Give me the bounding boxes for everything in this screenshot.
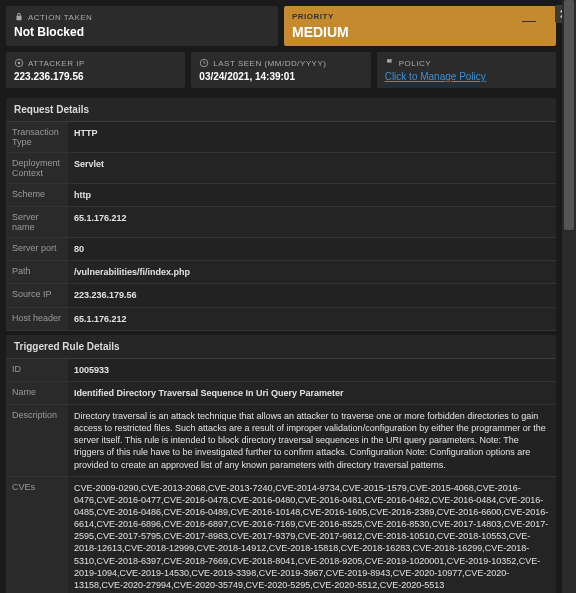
lock-icon	[14, 12, 24, 22]
policy-label: POLICY	[399, 59, 431, 68]
scrollbar-thumb[interactable]	[564, 0, 574, 230]
row-key: Host header	[6, 308, 68, 330]
clock-icon	[199, 58, 209, 68]
row-value: http	[68, 184, 556, 206]
last-seen-card: LAST SEEN (MM/DD/YYYY) 03/24/2021, 14:39…	[191, 52, 370, 88]
scrollbar[interactable]	[562, 0, 576, 593]
panel: ACTION TAKEN Not Blocked PRIORITY MEDIUM…	[0, 0, 562, 593]
svg-point-1	[18, 62, 21, 65]
action-taken-card: ACTION TAKEN Not Blocked	[6, 6, 278, 46]
table-row: Server port80	[6, 238, 556, 261]
row-key: Source IP	[6, 284, 68, 306]
target-icon	[14, 58, 24, 68]
table-row: DescriptionDirectory traversal is an att…	[6, 405, 556, 477]
table-row: Transaction TypeHTTP	[6, 122, 556, 153]
row-key: Scheme	[6, 184, 68, 206]
row-key: ID	[6, 359, 68, 381]
table-row: Server name65.1.176.212	[6, 207, 556, 238]
row-key: Name	[6, 382, 68, 404]
minimize-button[interactable]: —	[522, 12, 536, 28]
row-value: 65.1.176.212	[68, 308, 556, 330]
last-seen-value: 03/24/2021, 14:39:01	[199, 71, 362, 82]
row-key: Path	[6, 261, 68, 283]
action-taken-value: Not Blocked	[14, 25, 270, 39]
row-value: 223.236.179.56	[68, 284, 556, 306]
attacker-ip-value: 223.236.179.56	[14, 71, 177, 82]
table-row: Deployment ContextServlet	[6, 153, 556, 184]
row-value: 80	[68, 238, 556, 260]
table-row: NameIdentified Directory Traversal Seque…	[6, 382, 556, 405]
priority-card: PRIORITY MEDIUM —	[284, 6, 556, 46]
table-row: CVEsCVE-2009-0290,CVE-2013-2068,CVE-2013…	[6, 477, 556, 593]
row-key: Description	[6, 405, 68, 476]
row-value: 65.1.176.212	[68, 207, 556, 237]
flag-icon	[385, 58, 395, 68]
row-value: /vulnerabilities/fi/index.php	[68, 261, 556, 283]
request-details-table: Transaction TypeHTTPDeployment ContextSe…	[6, 122, 556, 331]
policy-card: POLICY Click to Manage Policy	[377, 52, 556, 88]
attacker-ip-card: ATTACKER IP 223.236.179.56	[6, 52, 185, 88]
priority-value: MEDIUM	[292, 24, 548, 40]
request-details-header: Request Details	[6, 98, 556, 122]
priority-label: PRIORITY	[292, 12, 548, 21]
row-value: CVE-2009-0290,CVE-2013-2068,CVE-2013-724…	[68, 477, 556, 593]
table-row: Source IP223.236.179.56	[6, 284, 556, 307]
table-row: Path/vulnerabilities/fi/index.php	[6, 261, 556, 284]
action-taken-label: ACTION TAKEN	[28, 13, 92, 22]
row-key: Server name	[6, 207, 68, 237]
row-key: Transaction Type	[6, 122, 68, 152]
row-value: HTTP	[68, 122, 556, 152]
attacker-ip-label: ATTACKER IP	[28, 59, 85, 68]
row-key: CVEs	[6, 477, 68, 593]
rule-details-header: Triggered Rule Details	[6, 335, 556, 359]
last-seen-label: LAST SEEN (MM/DD/YYYY)	[213, 59, 326, 68]
row-value: Servlet	[68, 153, 556, 183]
rule-details-table: ID1005933NameIdentified Directory Traver…	[6, 359, 556, 593]
table-row: ID1005933	[6, 359, 556, 382]
row-key: Deployment Context	[6, 153, 68, 183]
row-value: 1005933	[68, 359, 556, 381]
policy-link[interactable]: Click to Manage Policy	[385, 71, 548, 82]
row-key: Server port	[6, 238, 68, 260]
row-value: Directory traversal is an attack techniq…	[68, 405, 556, 476]
row-value: Identified Directory Traversal Sequence …	[68, 382, 556, 404]
table-row: Schemehttp	[6, 184, 556, 207]
table-row: Host header65.1.176.212	[6, 308, 556, 331]
